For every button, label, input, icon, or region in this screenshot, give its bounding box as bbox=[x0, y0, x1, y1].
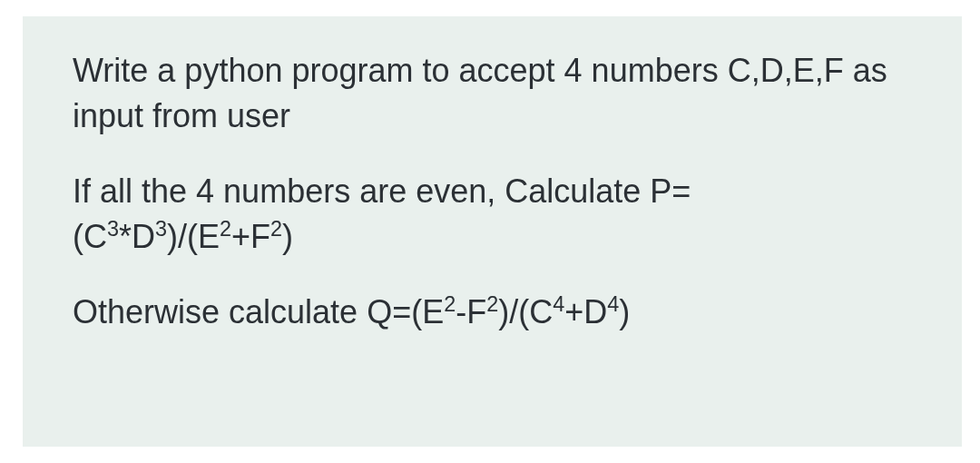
exp-f2: 2 bbox=[270, 217, 282, 241]
exp-e2: 2 bbox=[220, 217, 231, 241]
f-open: (C bbox=[73, 218, 107, 255]
problem-panel: Write a python program to accept 4 numbe… bbox=[23, 16, 962, 447]
exp-c4: 4 bbox=[553, 292, 564, 316]
q-t3: )/(C bbox=[498, 293, 553, 330]
f-close: ) bbox=[282, 218, 293, 255]
even-prefix: If all the 4 numbers are even, Calculate… bbox=[73, 172, 691, 210]
f-t3: )/(E bbox=[167, 218, 220, 255]
q-close: ) bbox=[619, 293, 630, 330]
formula-p: (C3*D3)/(E2+F2) bbox=[73, 218, 293, 255]
f-t2: *D bbox=[119, 218, 155, 255]
q-prefix: Otherwise calculate Q=(E bbox=[73, 293, 444, 330]
intro-text: Write a python program to accept 4 numbe… bbox=[73, 52, 887, 134]
exp-d4: 4 bbox=[607, 292, 619, 316]
exp-c3: 3 bbox=[107, 217, 119, 241]
q-t2: -F bbox=[456, 293, 486, 330]
paragraph-intro: Write a python program to accept 4 numbe… bbox=[73, 48, 912, 140]
formula-q: Otherwise calculate Q=(E2-F2)/(C4+D4) bbox=[73, 293, 630, 330]
page-container: Write a python program to accept 4 numbe… bbox=[0, 0, 980, 463]
f-t4: +F bbox=[231, 218, 270, 255]
q-t4: +D bbox=[564, 293, 607, 330]
paragraph-otherwise: Otherwise calculate Q=(E2-F2)/(C4+D4) bbox=[73, 290, 912, 335]
exp-e2b: 2 bbox=[444, 292, 456, 316]
exp-f2b: 2 bbox=[486, 292, 498, 316]
paragraph-even-case: If all the 4 numbers are even, Calculate… bbox=[73, 169, 912, 261]
exp-d3: 3 bbox=[155, 217, 167, 241]
